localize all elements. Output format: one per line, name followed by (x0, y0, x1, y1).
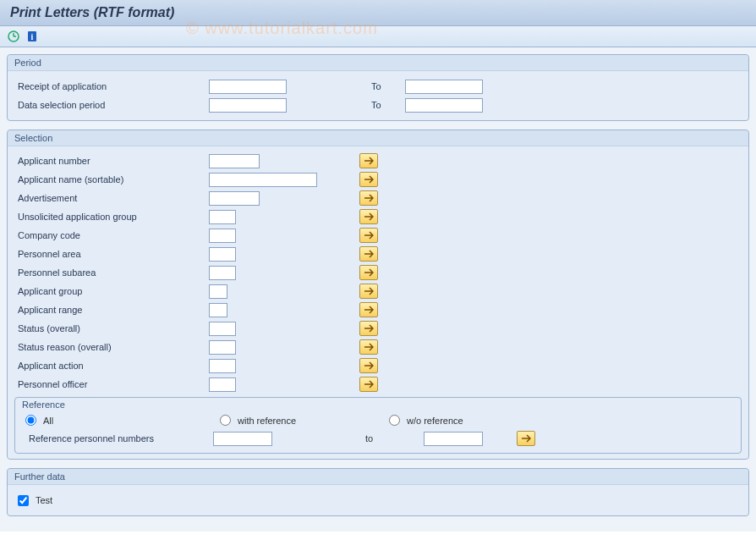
reference-group: Reference All with reference w/o referen… (14, 397, 742, 454)
selection-label: Applicant number (14, 156, 209, 166)
multiselect-button[interactable] (359, 321, 378, 336)
toolbar: i (0, 26, 756, 47)
data-to-input[interactable] (405, 98, 483, 113)
receipt-label: Receipt of application (14, 81, 209, 91)
reference-title: Reference (15, 398, 741, 411)
selection-row: Advertisement (14, 189, 742, 207)
selection-row: Applicant action (14, 356, 742, 375)
selection-input[interactable] (209, 247, 236, 262)
ref-pernr-label: Reference personnel numbers (25, 433, 213, 444)
selection-row: Company code (14, 226, 742, 245)
selection-label: Advertisement (14, 193, 209, 203)
selection-row: Status (overall) (14, 319, 742, 338)
selection-row: Personnel officer (14, 375, 742, 394)
multiselect-button[interactable] (359, 265, 378, 280)
execute-icon[interactable] (7, 30, 20, 43)
selection-row: Applicant range (14, 300, 742, 319)
ref-multiselect-button[interactable] (517, 431, 535, 446)
selection-group: Selection Applicant numberApplicant name… (7, 129, 749, 460)
selection-row: Personnel area (14, 245, 742, 263)
selection-input[interactable] (209, 210, 236, 224)
ref-opt-with[interactable]: with reference (220, 415, 389, 426)
further-data-title: Further data (8, 469, 748, 485)
selection-input[interactable] (209, 303, 227, 317)
selection-input[interactable] (209, 322, 236, 336)
multiselect-button[interactable] (359, 377, 378, 392)
selection-input[interactable] (209, 377, 236, 392)
test-checkbox[interactable] (18, 495, 29, 506)
receipt-to-input[interactable] (405, 80, 483, 94)
page-title: Print Letters (RTF format) (0, 0, 756, 26)
data-sel-label: Data selection period (14, 100, 209, 110)
ref-to-input[interactable] (424, 432, 483, 446)
period-group: Period Receipt of application To Data se… (7, 54, 749, 121)
selection-label: Applicant group (14, 286, 209, 296)
selection-label: Personnel officer (14, 379, 209, 389)
selection-label: Applicant name (sortable) (14, 174, 209, 185)
multiselect-button[interactable] (359, 190, 378, 206)
selection-input[interactable] (209, 191, 260, 206)
receipt-to-label: To (371, 81, 405, 91)
selection-input[interactable] (209, 340, 236, 355)
selection-row: Personnel subarea (14, 263, 742, 282)
selection-row: Applicant group (14, 282, 742, 300)
ref-from-input[interactable] (213, 432, 272, 446)
data-to-label: To (371, 100, 405, 110)
multiselect-button[interactable] (359, 209, 378, 224)
selection-label: Applicant action (14, 361, 209, 371)
multiselect-button[interactable] (359, 358, 378, 373)
multiselect-button[interactable] (359, 302, 378, 317)
test-checkbox-label[interactable]: Test (14, 495, 52, 506)
selection-input[interactable] (209, 266, 236, 280)
selection-label: Company code (14, 230, 209, 240)
selection-row: Applicant number (14, 152, 742, 170)
multiselect-button[interactable] (359, 228, 378, 243)
ref-to-label: to (365, 433, 373, 444)
content-area: Period Receipt of application To Data se… (0, 47, 756, 532)
info-icon[interactable]: i (25, 30, 39, 43)
selection-row: Unsolicited application group (14, 207, 742, 226)
selection-row: Applicant name (sortable) (14, 170, 742, 189)
period-group-title: Period (8, 55, 748, 71)
multiselect-button[interactable] (359, 284, 378, 299)
ref-radio-all[interactable] (25, 415, 36, 426)
multiselect-button[interactable] (359, 172, 378, 187)
selection-label: Unsolicited application group (14, 212, 209, 222)
data-from-input[interactable] (209, 98, 287, 113)
selection-group-title: Selection (8, 130, 748, 146)
selection-input[interactable] (209, 229, 236, 243)
ref-radio-with[interactable] (220, 415, 231, 426)
selection-label: Status reason (overall) (14, 342, 209, 352)
selection-label: Personnel area (14, 249, 209, 259)
ref-opt-all-label: All (43, 416, 53, 426)
ref-radio-without[interactable] (389, 415, 400, 426)
selection-label: Applicant range (14, 305, 209, 315)
further-data-group: Further data Test (7, 468, 749, 516)
selection-input[interactable] (209, 154, 260, 168)
ref-opt-with-label: with reference (238, 416, 296, 426)
selection-input[interactable] (209, 359, 236, 373)
selection-input[interactable] (209, 173, 317, 187)
svg-text:i: i (31, 32, 34, 41)
selection-label: Status (overall) (14, 323, 209, 333)
test-label-text: Test (36, 495, 52, 505)
multiselect-button[interactable] (359, 153, 378, 168)
receipt-from-input[interactable] (209, 80, 287, 94)
ref-opt-without-label: w/o reference (407, 416, 463, 426)
selection-row: Status reason (overall) (14, 338, 742, 356)
selection-label: Personnel subarea (14, 267, 209, 278)
multiselect-button[interactable] (359, 246, 378, 262)
multiselect-button[interactable] (359, 339, 378, 355)
selection-input[interactable] (209, 284, 227, 299)
ref-opt-all[interactable]: All (25, 415, 220, 426)
ref-opt-without[interactable]: w/o reference (389, 415, 463, 426)
